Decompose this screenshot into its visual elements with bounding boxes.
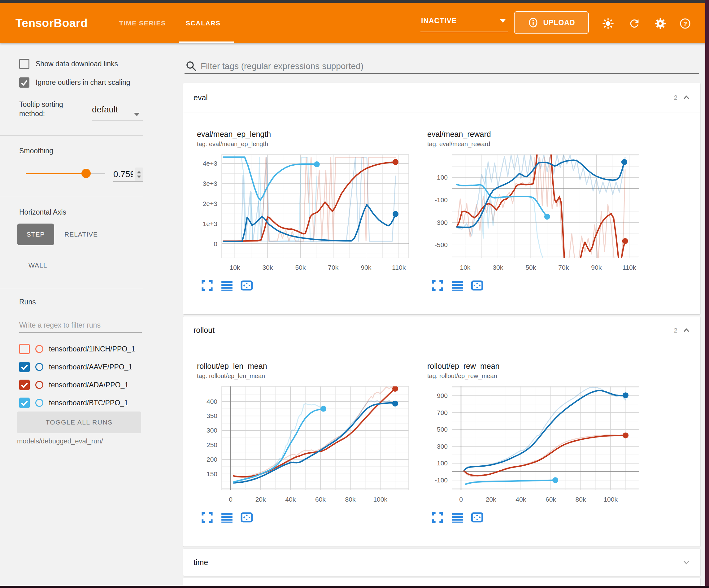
refresh-icon[interactable] — [628, 17, 641, 30]
run-color-swatch[interactable] — [35, 363, 43, 371]
axis-option-wall[interactable]: WALL — [28, 255, 47, 276]
series-end-dot — [392, 386, 398, 392]
fit-domain-icon[interactable] — [471, 511, 483, 524]
series-raw-btc — [234, 404, 323, 482]
chart-card-rollout-ep-rew-mean: rollout/ep_rew_meantag: rollout/ep_rew_m… — [427, 362, 658, 524]
fullscreen-icon[interactable] — [431, 511, 444, 524]
divider — [0, 135, 143, 136]
help-icon[interactable]: ? — [679, 17, 692, 30]
run-color-swatch[interactable] — [35, 381, 43, 389]
svg-text:0: 0 — [214, 240, 217, 248]
toggle-all-runs-button[interactable]: TOGGLE ALL RUNS — [17, 411, 141, 433]
chevron-down-icon[interactable] — [134, 113, 140, 116]
svg-text:30k: 30k — [493, 264, 503, 271]
runs-filter-input[interactable] — [19, 318, 142, 333]
chart-tag: tag: rollout/ep_len_mean — [197, 373, 427, 380]
run-color-swatch[interactable] — [35, 399, 43, 407]
section-count: 2 — [674, 327, 677, 334]
axis-option-relative[interactable]: RELATIVE — [64, 224, 98, 245]
window-right-edge — [705, 0, 709, 588]
upload-button[interactable]: UPLOAD — [514, 11, 589, 34]
app-header: TensorBoard TIME SERIES SCALARS INACTIVE… — [0, 3, 709, 43]
check-icon — [19, 398, 30, 408]
chart-title: rollout/ep_len_mean — [197, 362, 427, 370]
svg-text:-300: -300 — [435, 219, 448, 226]
smoothing-slider-thumb[interactable] — [81, 169, 91, 178]
section-card-time: time — [183, 549, 700, 576]
section-name: time — [193, 558, 208, 567]
svg-text:80k: 80k — [345, 496, 356, 503]
chart-canvas[interactable]: 10k30k50k70k90k110k01e+32e+33e+34e+3 — [197, 151, 414, 275]
svg-text:90k: 90k — [361, 264, 371, 271]
run-row-1inch[interactable]: tensorboard/1INCH/PPO_1 — [19, 343, 135, 355]
brightness-icon[interactable] — [602, 17, 614, 30]
settings-gear-icon[interactable] — [654, 17, 667, 30]
svg-text:80k: 80k — [576, 496, 586, 503]
run-checkbox[interactable] — [19, 380, 30, 390]
run-data-icon[interactable] — [220, 511, 233, 524]
run-name: tensorboard/BTC/PPO_1 — [49, 399, 128, 407]
charts-row-eval: eval/mean_ep_lengthtag: eval/mean_ep_len… — [183, 112, 700, 292]
series-end-dot — [544, 214, 550, 220]
number-spinner[interactable] — [135, 168, 143, 181]
svg-text:100: 100 — [437, 460, 448, 467]
section-card-eval: eval 2 eval/mean_ep_lengthtag: eval/mean… — [183, 83, 700, 314]
fullscreen-icon[interactable] — [201, 511, 214, 524]
svg-text:100: 100 — [437, 174, 448, 181]
ignore-outliers-checkbox[interactable] — [19, 77, 29, 87]
chart-canvas[interactable]: 020k40k60k80k100k150200250300350400 — [197, 383, 414, 507]
runs-label: Runs — [19, 298, 36, 306]
svg-text:2e+3: 2e+3 — [203, 200, 217, 207]
svg-text:90k: 90k — [591, 264, 602, 271]
fullscreen-icon[interactable] — [201, 279, 214, 292]
chart-title: eval/mean_ep_length — [197, 130, 427, 139]
tab-scalars[interactable]: SCALARS — [186, 3, 221, 43]
smoothing-value-input[interactable] — [113, 169, 133, 179]
show-download-links-checkbox[interactable] — [19, 59, 29, 69]
svg-text:500: 500 — [437, 426, 448, 433]
chevron-up-icon[interactable] — [682, 93, 691, 102]
upload-label: UPLOAD — [543, 19, 575, 27]
run-checkbox[interactable] — [19, 362, 30, 372]
series-raw-btc — [223, 157, 317, 241]
spinner-down-icon[interactable] — [137, 176, 141, 178]
axis-option-step[interactable]: STEP — [17, 224, 54, 245]
tooltip-sorting-select[interactable]: default — [92, 105, 118, 114]
run-row-ada[interactable]: tensorboard/ADA/PPO_1 — [19, 379, 129, 391]
fit-domain-icon[interactable] — [240, 279, 253, 292]
run-color-swatch[interactable] — [35, 345, 43, 353]
check-icon — [19, 380, 30, 390]
chevron-down-icon[interactable] — [682, 558, 691, 567]
status-dropdown[interactable]: INACTIVE — [420, 12, 508, 32]
run-checkbox[interactable] — [19, 398, 30, 408]
series-end-dot — [622, 238, 628, 244]
fit-domain-icon[interactable] — [471, 279, 483, 292]
svg-text:400: 400 — [207, 398, 217, 405]
section-header-rollout[interactable]: rollout 2 — [183, 316, 700, 344]
section-header-eval[interactable]: eval 2 — [183, 83, 700, 112]
chevron-up-icon[interactable] — [682, 326, 691, 335]
run-row-btc[interactable]: tensorboard/BTC/PPO_1 — [19, 397, 128, 409]
chart-canvas[interactable]: 10k30k50k70k90k110k100-100-300-500 — [427, 151, 644, 275]
svg-text:350: 350 — [207, 412, 217, 419]
svg-text:70k: 70k — [328, 264, 338, 271]
svg-text:4e+3: 4e+3 — [203, 160, 217, 167]
run-row-aave[interactable]: tensorboard/AAVE/PPO_1 — [19, 361, 132, 373]
run-checkbox[interactable] — [19, 344, 30, 354]
dashboard-main: eval 2 eval/mean_ep_lengthtag: eval/mean… — [183, 43, 700, 588]
series-end-dot — [623, 392, 629, 398]
filter-tags-input[interactable] — [201, 59, 684, 73]
fullscreen-icon[interactable] — [431, 279, 444, 292]
spinner-up-icon[interactable] — [137, 171, 141, 173]
run-data-icon[interactable] — [220, 279, 233, 292]
chart-canvas[interactable]: 020k40k60k80k100k900700500300100-100 — [427, 383, 644, 507]
run-data-icon[interactable] — [451, 279, 464, 292]
run-name: tensorboard/ADA/PPO_1 — [49, 381, 129, 389]
run-data-icon[interactable] — [451, 511, 464, 524]
svg-text:0: 0 — [459, 496, 463, 503]
tab-time-series[interactable]: TIME SERIES — [119, 3, 166, 43]
section-header-time[interactable]: time — [183, 549, 700, 576]
fit-domain-icon[interactable] — [240, 511, 253, 524]
horizontal-axis-label: Horizontal Axis — [19, 208, 66, 216]
chart-tag: tag: rollout/ep_rew_mean — [427, 373, 658, 380]
